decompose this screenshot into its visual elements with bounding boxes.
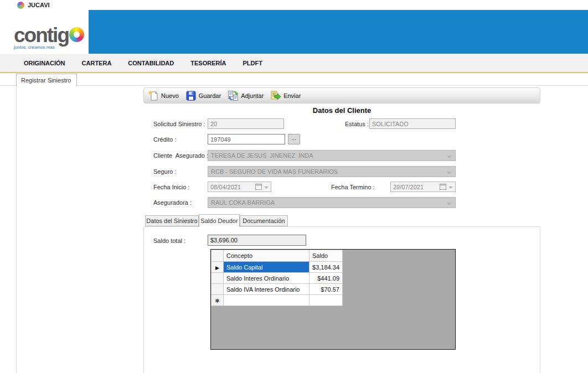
grid-row-indicator xyxy=(212,273,224,284)
seguro-value: RCB - SEGURO DE VIDA MAS FUNERARIOS xyxy=(211,168,338,175)
saldo-total-label: Saldo total : xyxy=(153,237,185,244)
seguro-dropdown: RCB - SEGURO DE VIDA MAS FUNERARIOS xyxy=(208,166,456,177)
aseguradora-value: RAUL COKA BARRIGA xyxy=(211,199,275,206)
calendar-icon xyxy=(440,184,446,190)
tabstrip-divider xyxy=(0,85,588,86)
fecha-inicio-value: 08/04/2021 xyxy=(210,184,241,190)
menu-item-cartera[interactable]: CARTERA xyxy=(82,60,112,66)
fecha-termino-value: 29/07/2021 xyxy=(393,184,424,190)
cliente-label: Cliente Asegurado : xyxy=(153,152,208,159)
grid-cell-concepto[interactable]: Saldo Interes Ordinario xyxy=(224,273,310,284)
chevron-down-icon xyxy=(447,170,452,174)
credito-input[interactable]: 197049 xyxy=(208,134,285,144)
tab-registrar-siniestro[interactable]: Registrar Siniestro xyxy=(16,74,77,86)
solicitud-label: Solicitud Siniestro : xyxy=(153,121,205,127)
content-left-border xyxy=(16,86,17,373)
grid-row[interactable]: Saldo Interes Ordinario $441.09 xyxy=(212,273,343,284)
menu-item-originacion[interactable]: ORIGINACIÓN xyxy=(24,60,65,66)
grid-new-row[interactable]: ✱ xyxy=(212,295,343,306)
fecha-inicio-datepicker: 08/04/2021 xyxy=(208,182,271,192)
guardar-button-label: Guardar xyxy=(199,92,221,99)
solicitud-input: 20 xyxy=(208,118,284,129)
grid-row[interactable]: Saldo IVA Interes Ordinario $70.57 xyxy=(212,284,343,295)
grid-row-header-column xyxy=(212,250,224,262)
menu-item-tesoreria[interactable]: TESORERÍA xyxy=(190,60,226,66)
chevron-down-icon xyxy=(447,154,452,158)
grid-header-row: Concepto Saldo xyxy=(212,250,343,262)
fecha-termino-datepicker: 29/07/2021 xyxy=(390,182,456,192)
tab-saldo-deudor[interactable]: Saldo Deudor xyxy=(199,214,240,227)
aseguradora-label: Aseguradora : xyxy=(153,199,192,206)
cliente-dropdown: TERESA DE JESUS JINENEZ INDA xyxy=(208,150,456,161)
new-document-icon xyxy=(148,90,159,101)
credito-label: Crédito : xyxy=(153,136,177,143)
grid-cell-saldo[interactable]: $70.57 xyxy=(310,284,343,295)
grid-cell-concepto-empty[interactable] xyxy=(224,295,310,306)
guardar-button[interactable]: Guardar xyxy=(183,89,225,102)
contigo-logo-text: contig xyxy=(14,24,89,46)
cliente-value: TERESA DE JESUS JINENEZ INDA xyxy=(211,152,313,159)
grid-cell-concepto[interactable]: Saldo Capital xyxy=(224,262,310,273)
menu-item-pldft[interactable]: PLDFT xyxy=(243,60,262,66)
grid-column-saldo[interactable]: Saldo xyxy=(310,250,343,262)
grid-row[interactable]: ▶ Saldo Capital $3,184.34 xyxy=(212,262,343,273)
window-title: JUCAVI xyxy=(28,2,50,8)
section-title: Datos del Cliente xyxy=(143,106,540,115)
grid-row-indicator: ▶ xyxy=(212,262,224,273)
grid-cell-saldo[interactable]: $3,184.34 xyxy=(310,262,343,273)
caret-down-icon xyxy=(448,186,453,189)
menu-bar: ORIGINACIÓN CARTERA CONTABILIDAD TESORER… xyxy=(0,54,588,73)
adjuntar-button[interactable]: Adjuntar xyxy=(225,89,268,102)
contigo-o-swirl-icon xyxy=(69,27,84,42)
saldo-deudor-grid[interactable]: Concepto Saldo ▶ Saldo Capital $3,184.34… xyxy=(210,249,456,350)
save-floppy-icon xyxy=(185,90,197,101)
estatus-label: Estatus : xyxy=(345,121,369,127)
aseguradora-dropdown: RAUL COKA BARRIGA xyxy=(208,197,456,208)
credito-browse-button[interactable]: ... xyxy=(288,134,300,144)
send-arrow-icon xyxy=(270,90,281,101)
toolbar: Nuevo Guardar Adjuntar xyxy=(143,87,540,103)
saldo-total-input: $3,696.00 xyxy=(208,235,306,246)
enviar-button-label: Enviar xyxy=(283,92,301,99)
contigo-logo: contig juntos, creamos más xyxy=(14,24,89,53)
enviar-button[interactable]: Enviar xyxy=(268,89,305,102)
application-window: JUCAVI contig juntos, creamos más ORIGIN… xyxy=(0,0,588,373)
attach-sync-icon xyxy=(228,90,239,101)
grid-cell-saldo-empty[interactable] xyxy=(310,295,343,306)
nuevo-button-label: Nuevo xyxy=(161,92,179,99)
seguro-label: Seguro : xyxy=(153,168,177,175)
grid-new-row-indicator: ✱ xyxy=(212,295,224,306)
grid-column-concepto[interactable]: Concepto xyxy=(224,250,310,262)
app-logo-icon xyxy=(17,2,24,9)
menu-item-contabilidad[interactable]: CONTABILIDAD xyxy=(128,60,174,66)
title-bar: JUCAVI xyxy=(0,0,588,10)
grid-table: Concepto Saldo ▶ Saldo Capital $3,184.34… xyxy=(211,250,343,306)
grid-cell-concepto[interactable]: Saldo IVA Interes Ordinario xyxy=(224,284,310,295)
fecha-termino-label: Fecha Termino : xyxy=(331,184,375,190)
nuevo-button[interactable]: Nuevo xyxy=(146,89,183,102)
caret-down-icon xyxy=(264,186,269,189)
estatus-input: SOLICITADO xyxy=(369,118,456,129)
tab-documentacion[interactable]: Documentación xyxy=(240,215,288,226)
tab-datos-del-siniestro[interactable]: Datos del Siniestro xyxy=(145,215,199,226)
chevron-down-icon xyxy=(447,201,452,205)
calendar-icon xyxy=(255,184,262,190)
fecha-inicio-label: Fecha Inicio : xyxy=(153,184,189,190)
header-banner xyxy=(89,10,588,54)
adjuntar-button-label: Adjuntar xyxy=(241,92,264,99)
grid-row-indicator xyxy=(212,284,224,295)
grid-cell-saldo[interactable]: $441.09 xyxy=(310,273,343,284)
